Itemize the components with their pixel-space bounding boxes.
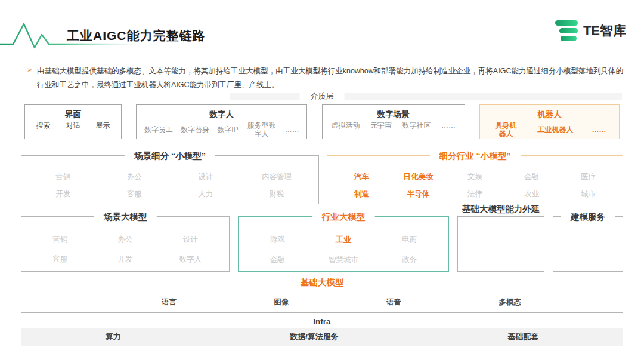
item: 数字社区 bbox=[402, 122, 431, 130]
arrow-bullet-icon: ➢ bbox=[27, 66, 33, 74]
item: 开发 bbox=[27, 189, 99, 199]
row-media-layer: 界面搜索对话展示数字人数字员工数字替身数字IP服务型数字人……数字场景虚拟活动元… bbox=[21, 104, 623, 139]
item: 汽车 bbox=[333, 172, 390, 182]
box-robot: 机器人具身机器人工业机器人…… bbox=[479, 104, 620, 139]
box-foundation-model: 基础大模型语言图像语音多模态 bbox=[21, 282, 623, 313]
item: 日化美妆 bbox=[390, 172, 447, 182]
box-title-robot: 机器人 bbox=[480, 109, 619, 120]
intro-paragraph: ➢ 由基础大模型提供基础的多模态、文本等能力，将其加持给工业大模型，由工业大模型… bbox=[27, 64, 623, 92]
box-items: 虚拟活动元宇宙数字社区…… bbox=[323, 122, 465, 130]
aigc-chain-diagram: 介质层 界面搜索对话展示数字人数字员工数字替身数字IP服务型数字人……数字场景虚… bbox=[21, 91, 623, 346]
item: 对话 bbox=[66, 122, 80, 130]
infra-label: Infra bbox=[21, 317, 623, 326]
box-title-industry-large: 行业大模型 bbox=[312, 211, 375, 223]
box-title-foundation-ext: 基础大模型能力外延 bbox=[453, 204, 549, 215]
box-title-scene-large: 场景大模型 bbox=[94, 211, 157, 223]
medium-layer-band: 介质层 bbox=[21, 91, 623, 101]
logo-bar bbox=[561, 36, 577, 41]
box-scene-small: 场景细分 “小模型”营销办公设计内容管理开发客服人力财税 bbox=[21, 155, 319, 204]
infra-item: 数据/算法服务 bbox=[290, 331, 339, 342]
infra-item: 基础配套 bbox=[507, 331, 538, 342]
item: …… bbox=[592, 126, 606, 134]
box-title-scene-small: 场景细分 “小模型” bbox=[125, 150, 215, 162]
box-title-modeling: 建模服务 bbox=[561, 211, 615, 223]
box-modeling: 建模服务 bbox=[553, 216, 623, 272]
box-title-industry-small: 细分行业 “小模型” bbox=[429, 150, 520, 162]
item: 工业 bbox=[311, 235, 377, 245]
box-foundation-ext: 基础大模型能力外延 bbox=[457, 216, 544, 272]
slide: 工业AIGC能力完整链路 TE智库 ➢ 由基础大模型提供基础的多模态、文本等能力… bbox=[0, 0, 644, 363]
box-title-digital-human: 数字人 bbox=[137, 109, 306, 120]
item: 营销 bbox=[27, 235, 92, 245]
box-interface: 界面搜索对话展示 bbox=[24, 104, 122, 139]
te-logo-text: TE智库 bbox=[583, 22, 626, 40]
intro-text: 由基础大模型提供基础的多模态、文本等能力，将其加持给工业大模型，由工业大模型将行… bbox=[37, 64, 623, 92]
page-title: 工业AIGC能力完整链路 bbox=[67, 27, 206, 44]
box-title-foundation-model: 基础大模型 bbox=[291, 277, 354, 288]
item: 财税 bbox=[242, 189, 313, 199]
box-items: 具身机器人工业机器人…… bbox=[480, 122, 619, 139]
row-large-models: 场景大模型营销办公设计客服开发数字人行业大模型游戏工业电商金融智慧城市政务基础大… bbox=[21, 216, 623, 272]
item: …… bbox=[441, 122, 456, 130]
te-logo-icon bbox=[555, 20, 578, 41]
item: 城市 bbox=[560, 189, 617, 199]
item: 半导体 bbox=[390, 189, 447, 199]
item: …… bbox=[285, 126, 299, 134]
item: 数字人 bbox=[158, 254, 223, 264]
infra-bar: 算力数据/算法服务基础配套 bbox=[21, 328, 623, 346]
item: 电商 bbox=[376, 235, 442, 245]
row-foundation-model: 基础大模型语言图像语音多模态 bbox=[21, 282, 623, 313]
box-industry-large: 行业大模型游戏工业电商金融智慧城市政务 bbox=[238, 216, 449, 272]
box-items: 搜索对话展示 bbox=[25, 122, 121, 130]
item: 制造 bbox=[333, 189, 390, 199]
item: 设计 bbox=[158, 235, 223, 245]
box-title-digital-scene: 数字场景 bbox=[323, 109, 465, 120]
item: 工业机器人 bbox=[537, 126, 573, 134]
medium-layer-label: 介质层 bbox=[300, 91, 345, 101]
item: 展示 bbox=[95, 122, 110, 130]
item: 农业 bbox=[503, 189, 560, 199]
item: 政务 bbox=[376, 255, 442, 265]
item: 设计 bbox=[170, 172, 242, 182]
logo-bar bbox=[555, 20, 578, 26]
item: 开发 bbox=[92, 254, 157, 264]
item: 数字替身 bbox=[181, 126, 209, 134]
item: 虚拟活动 bbox=[331, 122, 360, 130]
item: 数字IP bbox=[217, 126, 238, 134]
item: 语音 bbox=[386, 297, 401, 307]
item: 客服 bbox=[27, 254, 92, 264]
item: 搜索 bbox=[36, 122, 51, 130]
item: 多模态 bbox=[499, 297, 522, 307]
item: 办公 bbox=[99, 172, 171, 182]
te-logo: TE智库 bbox=[555, 20, 626, 41]
box-items: 汽车日化美妆文娱金融医疗制造半导体法律农业城市 bbox=[327, 156, 623, 207]
item: 文娱 bbox=[447, 172, 503, 182]
row-small-models: 场景细分 “小模型”营销办公设计内容管理开发客服人力财税细分行业 “小模型”汽车… bbox=[21, 155, 623, 204]
item: 数字员工 bbox=[144, 126, 173, 134]
box-scene-large: 场景大模型营销办公设计客服开发数字人 bbox=[21, 216, 230, 272]
item: 图像 bbox=[274, 297, 289, 307]
box-items: 游戏工业电商金融智慧城市政务 bbox=[239, 217, 448, 272]
item: 人力 bbox=[170, 189, 242, 199]
item: 医疗 bbox=[560, 172, 617, 182]
item: 金融 bbox=[244, 255, 311, 265]
box-title-interface: 界面 bbox=[25, 109, 121, 120]
item: 游戏 bbox=[244, 235, 311, 245]
box-items: 营销办公设计客服开发数字人 bbox=[21, 217, 229, 272]
item: 具身机器人 bbox=[493, 122, 519, 139]
box-items: 营销办公设计内容管理开发客服人力财税 bbox=[21, 156, 318, 207]
item: 元宇宙 bbox=[370, 122, 392, 130]
item: 服务型数字人 bbox=[246, 122, 277, 139]
box-items: 数字员工数字替身数字IP服务型数字人…… bbox=[137, 122, 306, 139]
item: 营销 bbox=[27, 172, 99, 182]
box-industry-small: 细分行业 “小模型”汽车日化美妆文娱金融医疗制造半导体法律农业城市 bbox=[327, 155, 623, 204]
box-digital-scene: 数字场景虚拟活动元宇宙数字社区…… bbox=[322, 104, 465, 139]
item: 客服 bbox=[99, 189, 171, 199]
item: 智慧城市 bbox=[311, 255, 377, 265]
item: 内容管理 bbox=[242, 172, 313, 182]
item: 语言 bbox=[162, 297, 177, 307]
box-digital-human: 数字人数字员工数字替身数字IP服务型数字人…… bbox=[136, 104, 307, 139]
item: 金融 bbox=[503, 172, 560, 182]
item: 法律 bbox=[447, 189, 503, 199]
infra-item: 算力 bbox=[106, 331, 121, 342]
